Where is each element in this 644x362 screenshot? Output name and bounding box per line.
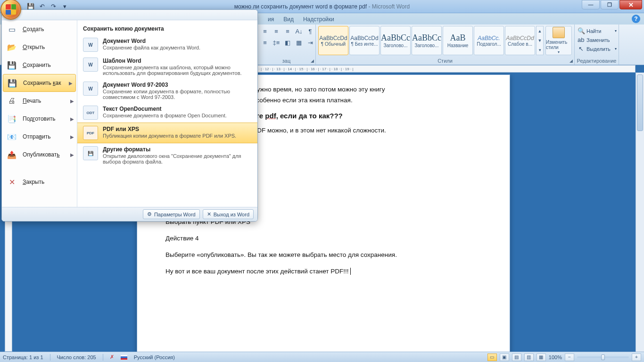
- style-heading2[interactable]: AaBbCcЗаголово...: [412, 26, 442, 55]
- pdf-icon: PDF: [83, 126, 98, 140]
- styles-group: AaBbCcDd¶ Обычный AaBbCcDd¶ Без инте... …: [316, 25, 575, 65]
- language-flag-icon: [121, 355, 127, 360]
- saveas-word-doc[interactable]: W Документ WordСохранение файла как доку…: [77, 35, 257, 55]
- close-button[interactable]: ✕: [619, 0, 642, 9]
- sort-button[interactable]: A↓: [294, 26, 304, 36]
- change-styles-icon: [553, 27, 565, 38]
- text-cursor: [348, 268, 351, 275]
- replace-button[interactable]: abЗаменить: [578, 35, 617, 44]
- language-indicator[interactable]: Русский (Россия): [134, 354, 175, 360]
- style-normal[interactable]: AaBbCcDd¶ Обычный: [318, 26, 348, 55]
- doc-text: Выберите «опубликовать». Вы так же может…: [165, 250, 481, 261]
- view-web-layout[interactable]: ▤: [512, 354, 521, 361]
- odt-icon: ODT: [83, 106, 98, 120]
- publish-icon: 📤: [6, 150, 18, 159]
- saveas-word97[interactable]: W Документ Word 97-2003Сохранение копии …: [77, 79, 257, 103]
- status-bar: Страница: 1 из 1 Число слов: 205 ✗ Русск…: [0, 352, 644, 362]
- word-options-button[interactable]: ⚙Параметры Word: [143, 209, 200, 219]
- folder-open-icon: 📂: [6, 42, 18, 52]
- align-center-button[interactable]: ≡: [271, 26, 281, 36]
- scrollbar-thumb[interactable]: [637, 74, 643, 131]
- chevron-right-icon: ▶: [70, 99, 74, 104]
- menu-new[interactable]: ▭ССоздатьоздать: [2, 20, 77, 38]
- menu-print[interactable]: 🖨Печать▶: [2, 92, 77, 110]
- find-button[interactable]: 🔍Найти▾: [578, 26, 617, 35]
- redo-icon: ↷: [51, 3, 56, 10]
- borders-button[interactable]: ▦: [294, 37, 304, 48]
- menu-send[interactable]: 📧Отправить▶: [2, 128, 77, 146]
- style-subtitle[interactable]: AaBbCc.Подзагол...: [474, 26, 504, 55]
- style-no-spacing[interactable]: AaBbCcDd¶ Без инте...: [349, 26, 380, 55]
- saveas-other[interactable]: 💾 Другие форматыОткрытие диалогового окн…: [77, 143, 257, 167]
- view-full-screen[interactable]: ▣: [500, 354, 509, 361]
- menu-save-as[interactable]: 💾Сохранить как▶: [3, 74, 76, 92]
- zoom-slider[interactable]: [577, 356, 629, 358]
- menu-close[interactable]: ✕Закрыть: [2, 173, 77, 191]
- change-styles-button[interactable]: Изменить стили ▾: [545, 26, 572, 55]
- office-menu-right: Сохранить копию документа W Документ Wor…: [77, 20, 257, 207]
- shading-button[interactable]: ◧: [282, 37, 293, 48]
- align-right-button[interactable]: ≡: [282, 26, 293, 36]
- indent-button[interactable]: ⇥: [305, 37, 315, 48]
- chevron-right-icon: ▶: [70, 116, 74, 122]
- spell-check-icon[interactable]: ✗: [110, 354, 114, 360]
- chevron-right-icon: ▶: [70, 152, 74, 157]
- show-marks-button[interactable]: ¶: [305, 26, 315, 36]
- office-menu-left: ▭ССоздатьоздать 📂Открыть 💾Сохранить 💾Сох…: [2, 20, 77, 207]
- justify-button[interactable]: ≡: [260, 37, 270, 48]
- minimize-button[interactable]: —: [582, 0, 600, 9]
- chevron-right-icon: ▶: [70, 134, 74, 140]
- submenu-title: Сохранить копию документа: [77, 22, 257, 35]
- style-heading1[interactable]: AaBbCcЗаголово...: [380, 26, 411, 55]
- select-button[interactable]: ↖Выделить▾: [578, 44, 617, 53]
- window-controls: — ❐ ✕: [581, 0, 642, 9]
- printer-icon: 🖨: [6, 96, 18, 106]
- template-icon: W: [83, 58, 98, 72]
- menu-open[interactable]: 📂Открыть: [2, 38, 77, 56]
- view-draft[interactable]: ▦: [537, 354, 546, 361]
- save-icon: 💾: [27, 3, 34, 10]
- doc-text: Ну вот и все ваш документ после этих дей…: [165, 266, 481, 277]
- styles-gallery-more[interactable]: ▲▼▾: [536, 26, 544, 55]
- tab-addins[interactable]: Надстройки: [298, 14, 339, 25]
- zoom-out-button[interactable]: −: [565, 354, 574, 361]
- cursor-icon: ↖: [578, 45, 584, 52]
- page-indicator[interactable]: Страница: 1 из 1: [3, 354, 43, 360]
- vertical-scrollbar[interactable]: [636, 73, 644, 352]
- align-left-button[interactable]: ≡: [260, 26, 270, 36]
- prepare-icon: 📑: [6, 114, 18, 123]
- zoom-in-button[interactable]: +: [632, 354, 641, 361]
- window-title: можно ли сохранить документ word в форма…: [234, 3, 410, 10]
- styles-launcher[interactable]: ◢: [570, 58, 573, 63]
- saveas-word-template[interactable]: W Шаблон WordСохранение документа как ша…: [77, 55, 257, 79]
- view-outline[interactable]: ▥: [524, 354, 534, 361]
- editing-group-label: Редактирование: [577, 58, 617, 64]
- saveas-odt[interactable]: ODT Текст OpenDocumentСохранение докумен…: [77, 103, 257, 123]
- office-button[interactable]: [0, 0, 21, 20]
- view-print-layout[interactable]: ▭: [487, 354, 497, 361]
- send-icon: 📧: [6, 132, 18, 141]
- tab-mailings-partial[interactable]: ия: [263, 14, 279, 25]
- exit-icon: ✕: [207, 211, 211, 217]
- style-emphasis[interactable]: AaBbCcDdСлабое в...: [505, 26, 535, 55]
- zoom-level[interactable]: 100%: [549, 354, 562, 360]
- chevron-down-icon: ▾: [63, 3, 66, 10]
- doc-text: Действие 4: [165, 233, 481, 244]
- word-count[interactable]: Число слов: 205: [57, 354, 96, 360]
- menu-save[interactable]: 💾Сохранить: [2, 56, 77, 74]
- exit-word-button[interactable]: ✕Выход из Word: [203, 209, 254, 219]
- style-title[interactable]: AaBНазвание: [443, 26, 473, 55]
- saveas-pdf-xps[interactable]: PDF PDF или XPSПубликация копии документ…: [77, 123, 257, 143]
- paragraph-launcher[interactable]: ◢: [311, 58, 314, 63]
- zoom-slider-thumb[interactable]: [601, 354, 605, 360]
- word-doc-icon: W: [83, 38, 98, 52]
- tab-view[interactable]: Вид: [279, 14, 298, 25]
- undo-icon: ↶: [40, 3, 45, 10]
- menu-publish[interactable]: 📤Опубликовать▶: [2, 146, 77, 164]
- line-spacing-button[interactable]: ‡≡: [271, 37, 281, 48]
- menu-prepare[interactable]: 📑Подготовить▶: [2, 110, 77, 128]
- close-doc-icon: ✕: [6, 177, 18, 187]
- binoculars-icon: 🔍: [578, 27, 584, 34]
- help-button[interactable]: ?: [632, 15, 640, 23]
- maximize-button[interactable]: ❐: [601, 0, 619, 9]
